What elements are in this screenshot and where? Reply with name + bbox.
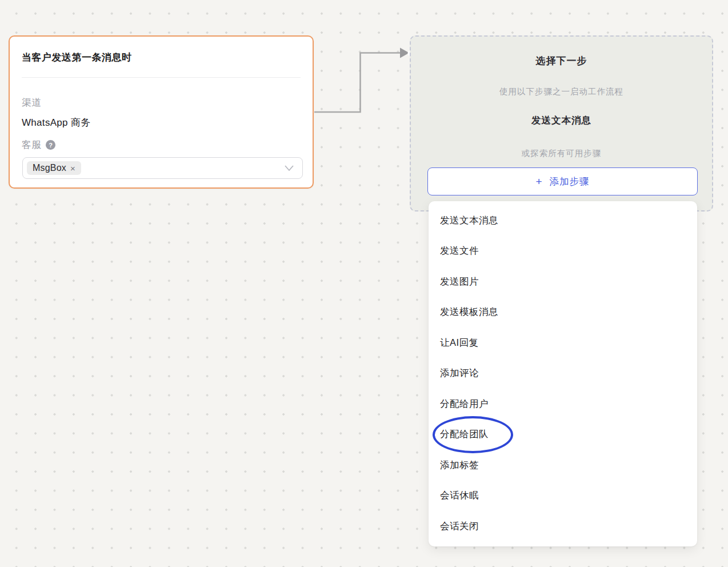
menu-item-label: 分配给团队 [440, 428, 489, 441]
menu-item-label: 发送文本消息 [440, 214, 498, 227]
tag-remove-icon[interactable]: × [70, 164, 75, 173]
menu-item-label: 发送文件 [440, 245, 479, 257]
channel-value: WhatsApp 商务 [22, 116, 90, 129]
explore-hint: 或探索所有可用步骤 [411, 148, 712, 159]
connector-line [314, 53, 401, 113]
selected-tag-chip[interactable]: MsgBox × [27, 161, 81, 175]
menu-item-add-tag[interactable]: 添加标签 [429, 450, 697, 481]
tag-label: MsgBox [33, 163, 66, 173]
next-step-subtitle: 使用以下步骤之一启动工作流程 [411, 86, 712, 97]
menu-item-label: 让AI回复 [440, 337, 479, 349]
add-step-button[interactable]: + 添加步骤 [427, 167, 698, 195]
suggested-step-link[interactable]: 发送文本消息 [411, 114, 712, 127]
agent-select-input[interactable]: MsgBox × [22, 157, 303, 179]
trigger-title: 当客户发送第一条消息时 [22, 51, 301, 64]
trigger-node-card[interactable]: 当客户发送第一条消息时 渠道 WhatsApp 商务 客服 ? MsgBox × [9, 35, 314, 189]
menu-item-assign-user[interactable]: 分配给用户 [429, 389, 697, 420]
menu-item-send-image[interactable]: 发送图片 [429, 266, 697, 297]
add-step-button-label: 添加步骤 [550, 175, 590, 188]
menu-item-label: 添加标签 [440, 459, 479, 472]
step-menu-dropdown[interactable]: 发送文本消息 发送文件 发送图片 发送模板消息 让AI回复 添加评论 分配给用户… [429, 201, 697, 546]
menu-item-label: 发送模板消息 [440, 306, 498, 318]
menu-item-ai-reply[interactable]: 让AI回复 [429, 328, 697, 358]
plus-icon: + [535, 176, 542, 187]
agent-label-row: 客服 ? [22, 138, 55, 151]
menu-item-assign-team[interactable]: 分配给团队 [429, 420, 697, 450]
menu-item-label: 分配给用户 [440, 398, 489, 410]
next-step-title: 选择下一步 [411, 54, 712, 67]
menu-item-add-comment[interactable]: 添加评论 [429, 358, 697, 389]
workflow-canvas[interactable]: 当客户发送第一条消息时 渠道 WhatsApp 商务 客服 ? MsgBox ×… [0, 0, 728, 567]
menu-item-send-file[interactable]: 发送文件 [429, 236, 697, 267]
menu-item-close-conversation[interactable]: 会话关闭 [429, 511, 697, 542]
help-icon[interactable]: ? [46, 140, 55, 150]
chevron-down-icon[interactable] [284, 165, 294, 171]
menu-item-label: 添加评论 [440, 367, 479, 380]
arrow-head-icon [400, 48, 409, 58]
channel-label: 渠道 [22, 96, 42, 109]
menu-item-label: 会话休眠 [440, 489, 479, 502]
menu-item-snooze-conversation[interactable]: 会话休眠 [429, 481, 697, 512]
agent-label: 客服 [22, 138, 42, 151]
menu-item-label: 发送图片 [440, 275, 479, 288]
next-step-placeholder-node[interactable]: 选择下一步 使用以下步骤之一启动工作流程 发送文本消息 或探索所有可用步骤 + … [410, 35, 713, 211]
menu-item-send-text[interactable]: 发送文本消息 [429, 205, 697, 236]
menu-item-send-template[interactable]: 发送模板消息 [429, 297, 697, 328]
divider [22, 77, 301, 78]
menu-item-label: 会话关闭 [440, 520, 479, 533]
